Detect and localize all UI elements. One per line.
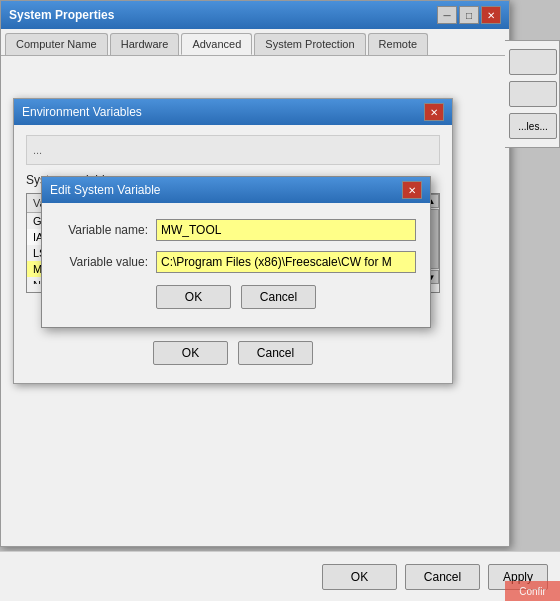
user-section-hint: ... [33,144,42,156]
edit-close-button[interactable]: ✕ [402,181,422,199]
tab-hardware[interactable]: Hardware [110,33,180,55]
tab-advanced[interactable]: Advanced [181,33,252,55]
confir-partial[interactable]: Confir [505,581,560,601]
env-dialog-title: Environment Variables [22,105,142,119]
sys-ok-button[interactable]: OK [322,564,397,590]
edit-content: Variable name: Variable value: OK Cancel [42,203,430,327]
variable-name-label: Variable name: [56,223,156,237]
variable-name-row: Variable name: [56,219,416,241]
minimize-button[interactable]: ─ [437,6,457,24]
variable-value-label: Variable value: [56,255,156,269]
right-button-2[interactable] [509,81,557,107]
right-button-3[interactable]: ...les... [509,113,557,139]
variable-name-input[interactable] [156,219,416,241]
close-button[interactable]: ✕ [481,6,501,24]
edit-dialog-buttons: OK Cancel [56,285,416,317]
tab-system-protection[interactable]: System Protection [254,33,365,55]
system-properties-window: System Properties ─ □ ✕ Computer Name Ha… [0,0,510,547]
user-section-placeholder: ... [26,135,440,165]
tab-computer-name[interactable]: Computer Name [5,33,108,55]
edit-dialog-title: Edit System Variable [50,183,161,197]
env-title-controls: ✕ [424,103,444,121]
edit-title-controls: ✕ [402,181,422,199]
window-title: System Properties [9,8,114,22]
tabs-container: Computer Name Hardware Advanced System P… [1,29,509,56]
variable-value-input[interactable] [156,251,416,273]
sys-props-content: Environment Variables ✕ ... System varia… [1,56,509,546]
variable-value-row: Variable value: [56,251,416,273]
env-close-button[interactable]: ✕ [424,103,444,121]
right-button-1[interactable] [509,49,557,75]
sys-bottom-bar: OK Cancel Apply Confir [0,551,560,601]
title-bar: System Properties ─ □ ✕ [1,1,509,29]
tab-remote[interactable]: Remote [368,33,429,55]
env-title-bar: Environment Variables ✕ [14,99,452,125]
edit-system-variable-dialog: Edit System Variable ✕ Variable name: Va… [41,176,431,328]
env-cancel-button[interactable]: Cancel [238,341,313,365]
edit-ok-button[interactable]: OK [156,285,231,309]
sys-cancel-button[interactable]: Cancel [405,564,480,590]
edit-cancel-button[interactable]: Cancel [241,285,316,309]
edit-title-bar: Edit System Variable ✕ [42,177,430,203]
env-ok-button[interactable]: OK [153,341,228,365]
right-panel-buttons: ...les... [505,40,560,148]
env-dialog-bottom-buttons: OK Cancel [26,333,440,373]
maximize-button[interactable]: □ [459,6,479,24]
title-bar-controls: ─ □ ✕ [437,6,501,24]
